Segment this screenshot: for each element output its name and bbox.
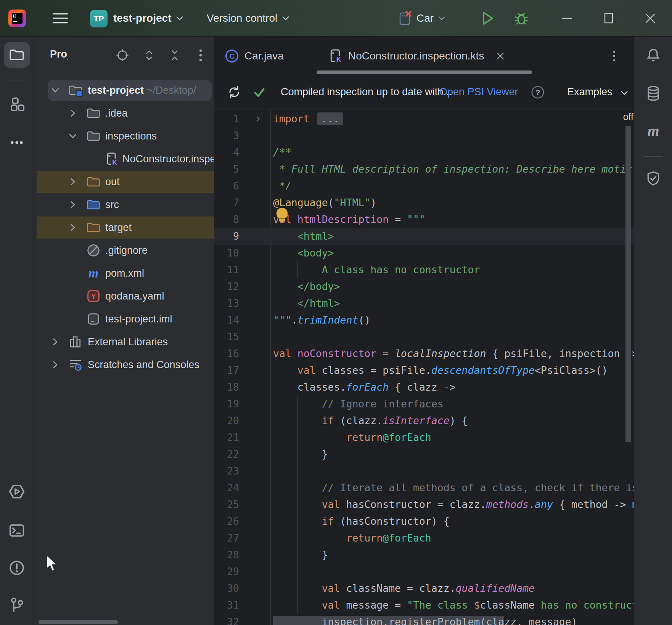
code-line-5[interactable]: 5 * Full HTML description of inspection:… <box>214 161 634 178</box>
project-avatar[interactable]: TP <box>90 10 108 27</box>
version-control-tool-button[interactable] <box>4 592 30 618</box>
code-text: classes.forEach { clazz -> <box>273 379 456 396</box>
more-tool-windows-button[interactable] <box>4 130 30 155</box>
code-line-4[interactable]: 4/** <box>214 144 634 161</box>
chevron-down-icon <box>282 16 289 21</box>
examples-dropdown[interactable]: Examples <box>567 86 628 98</box>
open-psi-viewer-link[interactable]: Open PSI Viewer <box>439 86 518 98</box>
main-menu-button[interactable] <box>53 0 68 37</box>
code-line-28[interactable]: 28 } <box>214 546 634 563</box>
code-text: return@forEach <box>273 530 431 546</box>
svg-text:Y: Y <box>91 292 96 300</box>
code-line-29[interactable]: 29 <box>214 563 634 580</box>
tree-item--idea[interactable]: .idea <box>34 102 214 125</box>
tree-item-inspections[interactable]: inspections <box>34 125 214 147</box>
editor-scrollbar[interactable] <box>625 126 631 442</box>
run-configuration-widget[interactable]: Car <box>399 0 445 37</box>
tree-item-pom-xml[interactable]: mpom.xml <box>34 262 214 285</box>
code-line-6[interactable]: 6 */ <box>214 178 634 194</box>
tree-item-external-libraries[interactable]: External Libraries <box>34 330 214 353</box>
tab-close-button[interactable] <box>496 52 505 60</box>
code-line-26[interactable]: 26 if (hasConstructor) { <box>214 513 634 530</box>
chevron-right-icon[interactable] <box>51 338 59 346</box>
line-number: 22 <box>214 446 239 463</box>
code-line-32[interactable]: 32 inspection.registerProblem(clazz, mes… <box>214 614 634 625</box>
code-line-19[interactable]: 19 // Ignore interfaces <box>214 396 634 412</box>
code-line-14[interactable]: 14""".trimIndent() <box>214 312 634 329</box>
tab-options-button[interactable] <box>607 49 621 63</box>
line-number: 10 <box>214 245 239 261</box>
code-editor[interactable]: 1import ...34/**5 * Full HTML descriptio… <box>214 109 634 625</box>
services-tool-button[interactable] <box>4 479 30 505</box>
notifications-button[interactable] <box>645 47 661 63</box>
code-line-27[interactable]: 27 return@forEach <box>214 530 634 546</box>
problems-tool-button[interactable] <box>4 555 30 581</box>
line-number: 25 <box>214 496 239 513</box>
intention-bulb-icon[interactable] <box>277 208 288 221</box>
project-name-widget[interactable]: test-project <box>113 0 183 37</box>
recompile-button[interactable] <box>227 85 242 100</box>
code-line-1[interactable]: 1import ... <box>214 111 634 127</box>
line-number: 23 <box>214 463 239 479</box>
chevron-down-icon[interactable] <box>51 86 59 95</box>
fold-chevron-icon[interactable] <box>255 111 261 127</box>
maven-button[interactable]: m <box>645 123 661 139</box>
problems-icon <box>9 560 25 576</box>
highlighting-level-label: off <box>611 111 633 122</box>
chevron-right-icon[interactable] <box>69 223 77 232</box>
svg-text:K: K <box>336 55 341 63</box>
chevron-down-icon <box>621 91 628 95</box>
line-number: 21 <box>214 429 239 446</box>
chevron-down-icon[interactable] <box>69 132 77 140</box>
window-close-button[interactable] <box>637 0 664 37</box>
code-line-10[interactable]: 10 <body> <box>214 245 634 261</box>
tree-item--gitignore[interactable]: .gitignore <box>34 239 214 262</box>
code-line-11[interactable]: 11 A class has no constructor <box>214 261 634 278</box>
tab-noconstructor-kts[interactable]: K NoConstructor.inspection.kts <box>328 37 505 75</box>
code-line-25[interactable]: 25 val hasConstructor = clazz.methods.an… <box>214 496 634 513</box>
tree-item-test-project-iml[interactable]: test-project.iml <box>34 308 214 330</box>
code-line-12[interactable]: 12 </body> <box>214 278 634 295</box>
tree-item-target[interactable]: target <box>34 216 214 239</box>
debug-button[interactable] <box>514 0 529 37</box>
chevron-down-icon <box>438 16 445 21</box>
code-line-3[interactable]: 3 <box>214 127 634 144</box>
database-button[interactable] <box>645 85 661 101</box>
chevron-right-icon[interactable] <box>69 109 77 117</box>
help-button[interactable]: ? <box>530 85 545 100</box>
code-line-13[interactable]: 13 </html> <box>214 295 634 312</box>
code-line-24[interactable]: 24 // Iterate all methods of a class, ch… <box>214 479 634 496</box>
chevron-right-icon[interactable] <box>69 200 77 209</box>
code-line-9[interactable]: 9 <html> <box>214 228 634 245</box>
chevron-right-icon[interactable] <box>51 361 59 369</box>
version-control-widget[interactable]: Version control <box>207 0 289 37</box>
qodana-button[interactable] <box>645 171 661 187</box>
horizontal-scrollbar[interactable] <box>39 620 118 624</box>
code-line-20[interactable]: 20 if (clazz.isInterface) { <box>214 412 634 429</box>
tree-item-out[interactable]: out <box>34 170 214 193</box>
code-line-18[interactable]: 18 classes.forEach { clazz -> <box>214 379 634 396</box>
code-line-16[interactable]: 16val noConstructor = localInspection { … <box>214 345 634 362</box>
code-line-15[interactable]: 15 <box>214 329 634 345</box>
window-maximize-button[interactable] <box>595 0 622 37</box>
code-line-31[interactable]: 31 val message = "The class $className h… <box>214 597 634 614</box>
code-line-21[interactable]: 21 return@forEach <box>214 429 634 446</box>
tree-item-label: test-project ~/Desktop/ <box>88 85 196 96</box>
code-line-22[interactable]: 22 } <box>214 446 634 463</box>
project-tool-button[interactable] <box>4 42 30 68</box>
window-minimize-button[interactable] <box>554 0 580 37</box>
code-line-17[interactable]: 17 val classes = psiFile.descendantsOfTy… <box>214 362 634 379</box>
tree-item-test-project[interactable]: test-project ~/Desktop/ <box>34 79 214 102</box>
chevron-right-icon[interactable] <box>69 178 77 186</box>
terminal-tool-button[interactable] <box>4 518 30 543</box>
tree-item-qodana-yaml[interactable]: Yqodana.yaml <box>34 285 214 308</box>
tree-item-noconstructor-inspection-kts[interactable]: KNoConstructor.inspection.kts <box>34 147 214 170</box>
run-button[interactable] <box>481 0 494 37</box>
code-line-30[interactable]: 30 val className = clazz.qualifiedName <box>214 580 634 597</box>
tree-item-scratches-and-consoles[interactable]: Scratches and Consoles <box>34 353 214 376</box>
code-line-23[interactable]: 23 <box>214 463 634 479</box>
tree-item-src[interactable]: src <box>34 193 214 216</box>
tab-car-java[interactable]: C Car.java <box>225 37 284 75</box>
play-icon <box>481 11 494 26</box>
structure-tool-button[interactable] <box>4 91 30 117</box>
